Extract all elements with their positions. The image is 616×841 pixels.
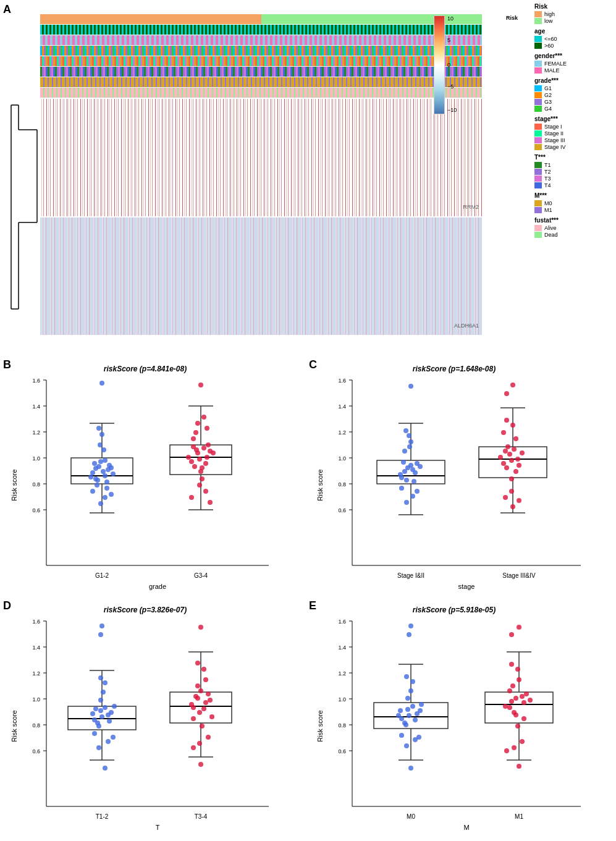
svg-point-196 xyxy=(103,705,108,710)
svg-point-48 xyxy=(93,466,98,471)
legend-grade-g4: G4 xyxy=(534,106,615,112)
svg-point-125 xyxy=(398,472,403,477)
svg-point-147 xyxy=(501,461,506,466)
legend-grade-g3: G3 xyxy=(534,99,615,105)
svg-text:1.4: 1.4 xyxy=(32,644,40,651)
svg-point-316 xyxy=(510,683,515,688)
svg-point-160 xyxy=(503,495,508,500)
legend-gender-female: FEMALE xyxy=(534,61,615,67)
legend-fustat: fustat*** Alive Dead xyxy=(534,217,615,238)
ann-bar-age: age xyxy=(40,25,482,35)
svg-point-299 xyxy=(521,700,526,705)
svg-point-269 xyxy=(405,707,410,712)
svg-text:stage: stage xyxy=(458,583,475,590)
svg-text:T: T xyxy=(156,824,160,831)
svg-text:1.2: 1.2 xyxy=(32,429,40,436)
svg-point-213 xyxy=(99,623,104,628)
svg-point-272 xyxy=(410,704,415,709)
svg-point-308 xyxy=(507,688,512,693)
svg-point-44 xyxy=(107,463,112,468)
svg-point-274 xyxy=(418,708,423,713)
svg-text:Risk score: Risk score xyxy=(11,710,18,742)
svg-text:1.2: 1.2 xyxy=(338,429,346,436)
plot-b: riskScore (p=4.841e-08) Risk score 1.6 1… xyxy=(9,361,293,590)
legend-age-le60: <=60 xyxy=(534,36,615,42)
plot-d: riskScore (p=3.826e-07) Risk score 1.6 1… xyxy=(9,602,293,831)
svg-text:0.8: 0.8 xyxy=(338,722,346,729)
svg-point-298 xyxy=(513,696,518,701)
svg-point-208 xyxy=(96,745,101,750)
svg-text:0.6: 0.6 xyxy=(32,748,40,754)
plot-c: riskScore (p=1.648e-08) Risk score 1.6 1… xyxy=(315,361,605,590)
legend-gender: gender*** FEMALE MALE xyxy=(534,53,615,74)
svg-point-57 xyxy=(101,447,106,452)
svg-text:1.4: 1.4 xyxy=(32,404,40,410)
svg-point-311 xyxy=(509,662,514,667)
svg-text:1.6: 1.6 xyxy=(32,619,40,625)
svg-point-210 xyxy=(111,735,116,740)
svg-point-225 xyxy=(206,691,211,696)
svg-point-304 xyxy=(520,694,525,699)
svg-point-76 xyxy=(186,455,191,460)
svg-text:Stage III&IV: Stage III&IV xyxy=(502,572,536,579)
color-scale: 10 5 0 −5 −10 xyxy=(434,15,445,114)
svg-text:riskScore (p=1.648e-08): riskScore (p=1.648e-08) xyxy=(413,365,496,373)
svg-point-84 xyxy=(203,489,208,494)
svg-text:Stage I&II: Stage I&II xyxy=(397,572,424,579)
svg-point-238 xyxy=(191,745,196,750)
svg-text:M1: M1 xyxy=(515,813,523,820)
svg-text:1.2: 1.2 xyxy=(338,670,346,677)
svg-rect-216 xyxy=(170,692,232,723)
ann-bar-gender: gender*** xyxy=(40,35,482,45)
svg-point-320 xyxy=(509,632,514,637)
legend-gender-title: gender*** xyxy=(534,53,615,59)
svg-point-301 xyxy=(524,691,529,696)
svg-point-87 xyxy=(193,430,198,435)
svg-point-138 xyxy=(402,449,407,454)
legend-T: T*** T1 T2 T3 T4 xyxy=(534,154,615,188)
svg-point-82 xyxy=(201,415,206,420)
svg-point-286 xyxy=(416,735,421,740)
svg-point-159 xyxy=(509,489,514,494)
svg-rect-292 xyxy=(485,692,553,723)
svg-point-314 xyxy=(504,748,509,753)
legend-grade-g1: G1 xyxy=(534,85,615,91)
svg-point-231 xyxy=(209,714,214,719)
svg-point-152 xyxy=(498,455,503,460)
svg-point-153 xyxy=(517,463,521,468)
svg-point-285 xyxy=(399,733,404,738)
svg-text:T3-4: T3-4 xyxy=(195,813,208,820)
svg-point-134 xyxy=(415,489,420,494)
svg-text:0.6: 0.6 xyxy=(338,748,346,754)
svg-text:M0: M0 xyxy=(407,813,415,820)
svg-point-281 xyxy=(410,679,415,684)
rrm2-label: RRM2 xyxy=(463,204,479,210)
svg-text:1.4: 1.4 xyxy=(338,404,346,410)
svg-text:1.6: 1.6 xyxy=(338,619,346,625)
svg-point-291 xyxy=(408,766,413,771)
svg-point-227 xyxy=(208,698,213,703)
svg-point-68 xyxy=(189,459,194,464)
svg-point-162 xyxy=(501,430,506,435)
svg-point-300 xyxy=(507,705,512,710)
svg-point-317 xyxy=(515,724,520,729)
svg-text:riskScore (p=5.918e-05): riskScore (p=5.918e-05) xyxy=(413,606,496,614)
svg-point-198 xyxy=(109,710,114,715)
dendrogram xyxy=(6,99,40,337)
svg-text:1.0: 1.0 xyxy=(338,455,346,462)
svg-point-149 xyxy=(504,465,509,470)
legend-M-title: M*** xyxy=(534,192,615,199)
svg-point-151 xyxy=(509,458,514,463)
svg-point-133 xyxy=(399,486,404,491)
svg-point-156 xyxy=(505,444,510,449)
svg-point-319 xyxy=(517,764,521,769)
svg-point-204 xyxy=(96,724,101,729)
svg-point-276 xyxy=(398,708,403,713)
aldh6a1-label: ALDH6A1 xyxy=(454,323,479,329)
svg-point-161 xyxy=(517,498,521,503)
svg-point-51 xyxy=(103,495,108,500)
svg-point-167 xyxy=(510,504,515,509)
svg-point-207 xyxy=(106,739,111,744)
svg-point-69 xyxy=(201,446,206,450)
svg-point-212 xyxy=(98,698,103,703)
